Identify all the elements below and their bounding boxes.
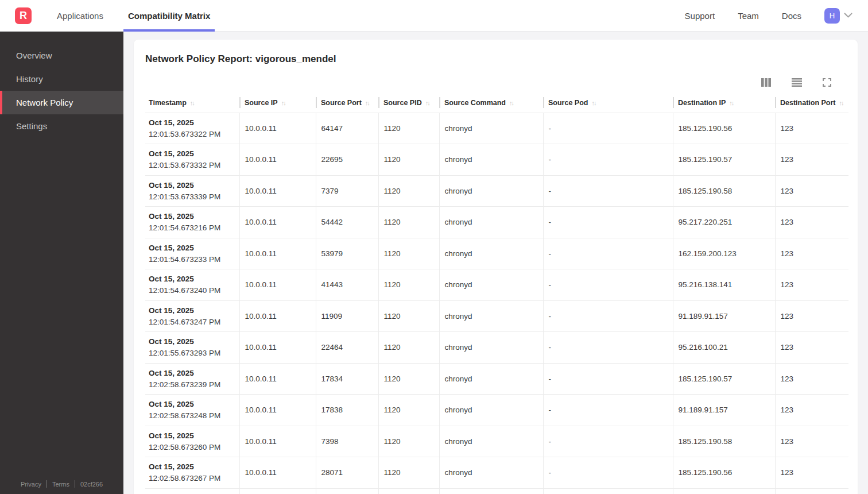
- source-ip-cell: 10.0.0.11: [239, 300, 316, 332]
- sort-icon[interactable]: ↑↓: [365, 99, 369, 106]
- timestamp-date: Oct 15, 2025: [149, 118, 239, 127]
- source-pod-cell: -: [543, 300, 673, 332]
- table-header-row: Timestamp↑↓Source IP↑↓Source Port↑↓Sourc…: [145, 97, 848, 113]
- source-pod-cell: -: [543, 426, 673, 457]
- source-ip-cell: [239, 488, 316, 494]
- sidebar-item-settings[interactable]: Settings: [0, 114, 123, 138]
- column-header-destination-port[interactable]: Destination Port↑↓: [775, 97, 848, 113]
- timestamp-cell: Oct 15, 202512:01:53.673332 PM: [145, 144, 239, 176]
- sidebar-item-network-policy[interactable]: Network Policy: [0, 91, 123, 114]
- source-ip-cell: 10.0.0.11: [239, 426, 316, 457]
- sort-icon[interactable]: ↑↓: [591, 99, 595, 106]
- timestamp-time: 12:01:53.673332 PM: [149, 161, 239, 169]
- timestamp-date: Oct 15, 2025: [149, 244, 239, 252]
- column-label: Source Port: [321, 99, 362, 107]
- nav-link-support[interactable]: Support: [685, 11, 715, 21]
- source-port-cell: 22464: [316, 332, 378, 364]
- source-pid-cell: 1120: [378, 175, 439, 207]
- terms-link[interactable]: Terms: [52, 481, 69, 488]
- timestamp-date: Oct 15, 2025: [149, 400, 239, 408]
- sort-icon[interactable]: ↑↓: [839, 99, 843, 106]
- sidebar-footer: Privacy Terms 02cf266: [0, 480, 123, 494]
- table-row: Oct 15, 202512:01:54.673216 PM10.0.0.115…: [145, 207, 848, 238]
- column-header-timestamp[interactable]: Timestamp↑↓: [145, 97, 239, 113]
- app-logo[interactable]: R: [15, 7, 32, 24]
- destination-port-cell: [775, 488, 848, 494]
- fullscreen-icon[interactable]: [823, 78, 831, 87]
- nav-link-team[interactable]: Team: [738, 11, 759, 21]
- source-port-cell: 22695: [316, 144, 378, 176]
- source-ip-cell: 10.0.0.11: [239, 113, 316, 144]
- source-pid-cell: 1120: [378, 238, 439, 269]
- timestamp-time: 12:01:54.673247 PM: [149, 318, 239, 326]
- column-label: Destination IP: [678, 99, 726, 107]
- column-header-source-pod[interactable]: Source Pod↑↓: [543, 97, 673, 113]
- timestamp-date: Oct 15, 2025: [149, 275, 239, 283]
- timestamp-time: 12:02:58.673267 PM: [149, 474, 239, 483]
- source-ip-cell: 10.0.0.11: [239, 332, 316, 364]
- privacy-link[interactable]: Privacy: [21, 481, 41, 488]
- table-toolbar: [145, 78, 848, 87]
- user-menu[interactable]: H: [824, 8, 852, 24]
- column-header-source-command[interactable]: Source Command↑↓: [439, 97, 543, 113]
- sort-icon[interactable]: ↑↓: [425, 99, 429, 106]
- source-pid-cell: 1120: [378, 144, 439, 176]
- timestamp-date: Oct 15, 2025: [149, 306, 239, 315]
- sort-icon[interactable]: ↑↓: [190, 99, 194, 106]
- source-ip-cell: 10.0.0.11: [239, 207, 316, 238]
- column-label: Source PID: [383, 99, 422, 107]
- column-header-destination-ip[interactable]: Destination IP↑↓: [673, 97, 775, 113]
- main-area: Network Policy Report: vigorous_mendel: [123, 32, 868, 494]
- footer-divider: [46, 480, 47, 488]
- column-label: Destination Port: [780, 99, 836, 107]
- source-port-cell: 17834: [316, 363, 378, 395]
- destination-port-cell: 123: [775, 113, 848, 144]
- destination-port-cell: 123: [775, 426, 848, 457]
- destination-ip-cell: 185.125.190.58: [673, 175, 775, 207]
- destination-port-cell: 123: [775, 207, 848, 238]
- source-port-cell: 53979: [316, 238, 378, 269]
- tab-compatibility-matrix[interactable]: Compatibility Matrix: [123, 0, 215, 31]
- top-navbar: R Applications Compatibility Matrix Supp…: [0, 0, 868, 32]
- timestamp-time: 12:01:54.673216 PM: [149, 223, 239, 232]
- timestamp-time: 12:02:58.673239 PM: [149, 380, 239, 389]
- destination-port-cell: 123: [775, 269, 848, 301]
- chevron-down-icon[interactable]: [844, 13, 852, 18]
- columns-view-icon[interactable]: [761, 78, 771, 87]
- table-row: Oct 15, 202512:01:54.673240 PM10.0.0.114…: [145, 269, 848, 301]
- destination-ip-cell: 185.125.190.56: [673, 457, 775, 489]
- destination-ip-cell: [673, 488, 775, 494]
- column-label: Source IP: [245, 99, 278, 107]
- source-port-cell: 28071: [316, 457, 378, 489]
- table-row: Oct 15, 202512:01:55.673293 PM10.0.0.112…: [145, 332, 848, 364]
- source-pid-cell: 1120: [378, 300, 439, 332]
- source-pid-cell: 1120: [378, 269, 439, 301]
- column-header-source-ip[interactable]: Source IP↑↓: [239, 97, 316, 113]
- destination-ip-cell: 95.216.100.21: [673, 332, 775, 364]
- timestamp-date: Oct 15, 2025: [149, 181, 239, 190]
- tab-applications[interactable]: Applications: [52, 0, 108, 31]
- sort-icon[interactable]: ↑↓: [281, 99, 285, 106]
- sidebar: Overview History Network Policy Settings…: [0, 32, 123, 494]
- sort-icon[interactable]: ↑↓: [729, 99, 733, 106]
- source-pid-cell: 1120: [378, 113, 439, 144]
- sidebar-item-history[interactable]: History: [0, 67, 123, 91]
- column-header-source-port[interactable]: Source Port↑↓: [316, 97, 378, 113]
- source-port-cell: 11909: [316, 300, 378, 332]
- avatar[interactable]: H: [824, 8, 840, 24]
- row-density-icon[interactable]: [792, 78, 802, 87]
- page-title: Network Policy Report: vigorous_mendel: [145, 53, 848, 65]
- sidebar-item-overview[interactable]: Overview: [0, 44, 123, 67]
- sort-icon[interactable]: ↑↓: [509, 99, 513, 106]
- source-command-cell: chronyd: [439, 144, 543, 176]
- source-command-cell: chronyd: [439, 457, 543, 489]
- source-port-cell: [316, 488, 378, 494]
- source-pid-cell: [378, 488, 439, 494]
- nav-link-docs[interactable]: Docs: [782, 11, 801, 21]
- column-header-source-pid[interactable]: Source PID↑↓: [378, 97, 439, 113]
- destination-port-cell: 123: [775, 144, 848, 176]
- footer-divider: [75, 480, 75, 488]
- timestamp-time: 12:01:53.673339 PM: [149, 192, 239, 201]
- timestamp-time: 12:02:58.673248 PM: [149, 411, 239, 420]
- logo-letter: R: [20, 10, 27, 22]
